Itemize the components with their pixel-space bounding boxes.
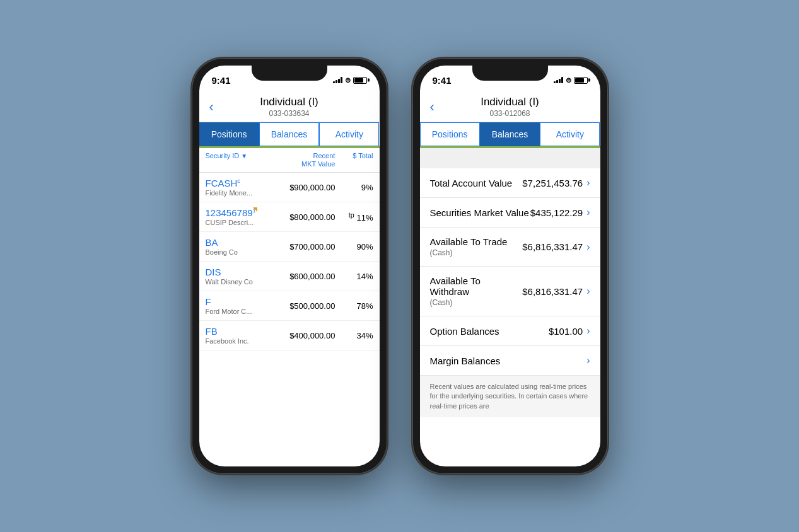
security-info-5: FB Facebook Inc. [206,326,281,345]
balance-right-4: $101.00 › [549,325,590,337]
balance-row-withdraw[interactable]: Available To Withdraw (Cash) $6,816,331.… [420,267,600,316]
wifi-icon-1: ⊜ [345,76,351,84]
tab-positions-1[interactable]: Positions [199,122,259,146]
chevron-icon-2: › [586,241,590,253]
security-info-1: 1234567891 CUSIP Descri... [206,207,281,226]
tab-balances-2[interactable]: Balances [480,122,540,146]
status-icons-2: ⊜ [554,76,588,84]
gray-bar [420,148,600,168]
battery-icon-2 [574,77,588,84]
phone-1-inner: 9:41 ⊜ ‹ [199,66,380,466]
table-body-1: FCASHc Fidelity Mone... $900,000.00 9% 1… [199,173,380,350]
security-id-4: F [206,296,281,307]
security-info-3: DIS Walt Disney Co [206,267,281,286]
pct-3: 14% [335,272,373,281]
balance-label-0: Total Account Value [430,178,513,188]
tab-balances-1[interactable]: Balances [259,122,319,146]
security-name-1: CUSIP Descri... [206,219,281,226]
balance-value-0: $7,251,453.76 [522,178,583,188]
phone-2-inner: 9:41 ⊜ ‹ [420,66,600,466]
security-id-0: FCASHc [206,178,281,188]
pct-4: 78% [335,301,373,311]
balance-section: Total Account Value $7,251,453.76 › Secu… [420,168,600,466]
mkt-value-1: $800,000.00 [281,212,335,222]
table-row[interactable]: FB Facebook Inc. $400,000.00 34% [199,321,380,350]
balance-row-margin[interactable]: Margin Balances › [420,346,600,376]
disclaimer: Recent values are calculated using real-… [420,376,600,417]
time-2: 9:41 [433,75,452,86]
security-info-2: BA Boeing Co [206,237,281,256]
balance-value-2: $6,816,331.47 [522,241,583,252]
signal-icon-2 [554,77,563,83]
header-1: ‹ Individual (I) 033-033634 [199,91,380,122]
col-security-id: Security ID ▼ [206,152,281,168]
security-name-2: Boeing Co [206,248,281,256]
pct-0: 9% [335,183,373,192]
back-button-2[interactable]: ‹ [430,100,434,114]
notch-2 [472,66,548,81]
security-id-2: BA [206,237,281,248]
balance-right-2: $6,816,331.47 › [522,241,590,253]
screen-1: ‹ Individual (I) 033-033634 Positions Ba… [199,91,380,466]
chevron-icon-1: › [586,207,590,218]
col-total: $ Total [335,152,373,168]
pct-5: 34% [335,331,373,340]
phones-container: 9:41 ⊜ ‹ [179,45,621,487]
account-num-2: 033-012068 [481,109,539,118]
orange-flag-icon [253,207,257,212]
security-id-1: 1234567891 [206,207,281,218]
header-title-1: Individual (I) 033-033634 [260,96,318,118]
status-icons-1: ⊜ [333,76,367,84]
balance-row-option[interactable]: Option Balances $101.00 › [420,316,600,346]
balance-label-2: Available To Trade (Cash) [430,236,508,257]
table-row[interactable]: 1234567891 CUSIP Descri... $800,000.00 t… [199,202,380,232]
header-title-2: Individual (I) 033-012068 [481,96,539,118]
table-row[interactable]: FCASHc Fidelity Mone... $900,000.00 9% [199,173,380,202]
back-button-1[interactable]: ‹ [209,100,214,114]
balance-row-trade[interactable]: Available To Trade (Cash) $6,816,331.47 … [420,228,600,267]
sort-arrow[interactable]: ▼ [241,153,247,159]
security-name-5: Facebook Inc. [206,337,281,345]
balance-right-0: $7,251,453.76 › [522,177,590,188]
balance-label-1: Securities Market Value [430,207,529,218]
mkt-value-5: $400,000.00 [281,331,335,340]
security-id-3: DIS [206,267,281,277]
balance-row-securities[interactable]: Securities Market Value $435,122.29 › [420,198,600,228]
battery-icon-1 [353,77,367,84]
pct-1: tp 11% [335,211,373,223]
security-name-4: Ford Motor C... [206,308,281,315]
mkt-value-0: $900,000.00 [281,183,335,192]
security-name-0: Fidelity Mone... [206,189,281,197]
time-1: 9:41 [212,75,231,86]
tabs-2: Positions Balances Activity [420,122,600,148]
security-info-0: FCASHc Fidelity Mone... [206,178,281,197]
balance-row-total[interactable]: Total Account Value $7,251,453.76 › [420,168,600,198]
chevron-icon-3: › [586,286,590,297]
security-id-wrapper-1: 1234567891 [206,207,256,218]
security-id-5: FB [206,326,281,337]
balance-label-5: Margin Balances [430,356,501,366]
phone-1: 9:41 ⊜ ‹ [192,58,387,474]
mkt-value-3: $600,000.00 [281,272,335,281]
tab-activity-1[interactable]: Activity [319,122,379,146]
balance-value-3: $6,816,331.47 [522,286,583,297]
chevron-icon-5: › [586,355,590,366]
pct-2: 90% [335,242,373,252]
balance-right-5: › [586,355,590,366]
mkt-value-2: $700,000.00 [281,242,335,252]
balance-label-4: Option Balances [430,326,499,337]
phone-2: 9:41 ⊜ ‹ [412,58,608,474]
account-num-1: 033-033634 [260,109,318,118]
tab-positions-2[interactable]: Positions [420,122,480,146]
account-name-2: Individual (I) [481,96,539,108]
balance-right-1: $435,122.29 › [530,207,590,218]
security-name-3: Walt Disney Co [206,278,281,286]
table-row[interactable]: F Ford Motor C... $500,000.00 78% [199,291,380,321]
account-name-1: Individual (I) [260,96,318,108]
table-row[interactable]: DIS Walt Disney Co $600,000.00 14% [199,262,380,291]
tab-activity-2[interactable]: Activity [540,122,600,146]
screen-2: ‹ Individual (I) 033-012068 Positions Ba… [420,91,600,466]
signal-icon-1 [333,77,342,83]
notch-1 [252,66,327,81]
table-row[interactable]: BA Boeing Co $700,000.00 90% [199,232,380,262]
